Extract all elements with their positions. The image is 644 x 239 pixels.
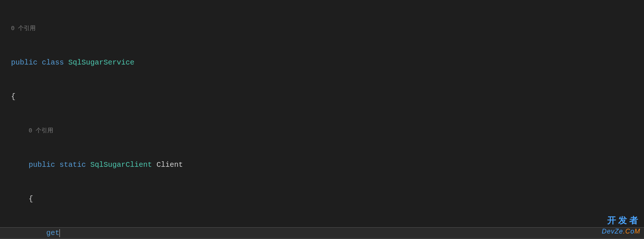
code-line[interactable]: 0 个引用: [0, 125, 644, 136]
codelens-references[interactable]: 0 个引用: [29, 128, 53, 134]
keyword-static: static: [59, 161, 86, 169]
property-name: Client: [156, 161, 183, 169]
code-line[interactable]: {: [0, 193, 644, 205]
code-line-active[interactable]: get: [0, 227, 644, 239]
type-name: SqlSugarClient: [90, 161, 152, 169]
code-line[interactable]: public class SqlSugarService: [0, 57, 644, 68]
keyword-public: public: [11, 58, 37, 67]
keyword-class: class: [42, 58, 64, 67]
codelens-references[interactable]: 0 个引用: [11, 25, 36, 32]
class-name: SqlSugarService: [68, 58, 134, 67]
code-line[interactable]: {: [0, 91, 644, 102]
code-line[interactable]: public static SqlSugarClient Client: [0, 159, 644, 170]
text-cursor: [59, 229, 60, 237]
keyword-public: public: [29, 161, 55, 169]
code-editor[interactable]: 0 个引用 public class SqlSugarService { 0 个…: [0, 0, 644, 239]
code-line[interactable]: 0 个引用: [0, 23, 644, 34]
brace-open: {: [11, 92, 15, 101]
keyword-get: get: [46, 229, 59, 237]
